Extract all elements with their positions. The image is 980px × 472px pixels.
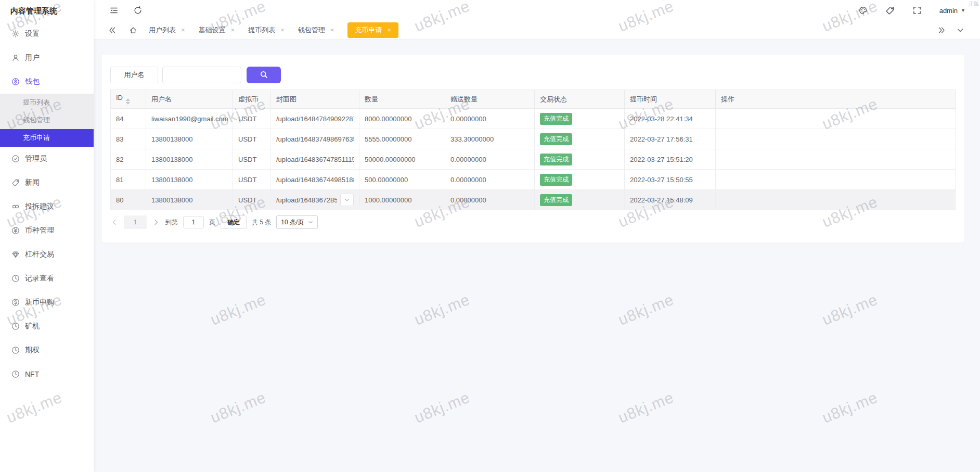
close-icon[interactable]: × bbox=[181, 26, 185, 34]
sidebar-nav: 设置用户钱包提币列表钱包管理充币申请管理员新闻投拆建议币种管理杠杆交易记录查看新… bbox=[0, 22, 94, 386]
user-icon bbox=[11, 54, 20, 62]
cell-cover: /upload/1648367449851889... bbox=[271, 170, 359, 190]
sidebar-item-withdraw-list[interactable]: 提币列表 bbox=[0, 94, 94, 111]
sidebar-item-wallet-manage[interactable]: 钱包管理 bbox=[0, 111, 94, 129]
table-row: 8013800138000USDT/upload/164836728592212… bbox=[111, 190, 956, 210]
cover-path: /upload/1648374986976353... bbox=[276, 135, 354, 143]
refresh-icon[interactable] bbox=[133, 6, 143, 15]
license-badge: 正版 bbox=[969, 1, 979, 8]
tab-label: 用户列表 bbox=[149, 25, 176, 35]
tabs-menu-icon[interactable] bbox=[956, 26, 964, 34]
cover-path: /upload/1648478490922873... bbox=[276, 115, 354, 123]
goto-confirm-button[interactable]: 确定 bbox=[221, 215, 247, 229]
cover-path: /upload/1648367449851889... bbox=[276, 176, 354, 184]
gear-icon bbox=[11, 30, 20, 38]
fullscreen-icon[interactable] bbox=[912, 6, 922, 15]
tab-withdraw-list[interactable]: 提币列表× bbox=[248, 21, 285, 40]
sidebar-item-label: 期权 bbox=[25, 346, 40, 355]
close-icon[interactable]: × bbox=[280, 26, 285, 34]
sidebar-item-deposit-request[interactable]: 充币申请 bbox=[0, 129, 94, 147]
sidebar-item-miner[interactable]: 矿机 bbox=[0, 314, 94, 338]
cell-actions bbox=[716, 170, 956, 190]
topbar-right: admin ▼ bbox=[858, 6, 965, 15]
close-icon[interactable]: × bbox=[330, 26, 334, 34]
close-icon[interactable]: × bbox=[231, 26, 235, 34]
sidebar-item-admin[interactable]: 管理员 bbox=[0, 147, 94, 171]
status-badge: 充值完成 bbox=[540, 133, 572, 145]
nft-icon bbox=[11, 370, 20, 378]
gem-icon bbox=[11, 250, 20, 259]
collapse-menu-icon[interactable] bbox=[109, 6, 119, 15]
goto-suffix-label: 页 bbox=[209, 218, 215, 227]
page-size-select[interactable]: 10 条/页 bbox=[276, 215, 318, 229]
sort-carets[interactable] bbox=[126, 98, 130, 105]
cover-path: /upload/1648367478511150.... bbox=[276, 156, 354, 163]
search-bar: 用户名 bbox=[110, 67, 956, 83]
sidebar-item-records[interactable]: 记录查看 bbox=[0, 266, 94, 290]
deposit-requests-table: ID用户名虚拟币封面图数量赠送数量交易状态提币时间操作 84liwaisan19… bbox=[110, 90, 956, 210]
cell-coin: USDT bbox=[233, 190, 271, 210]
user-name: admin bbox=[939, 7, 958, 15]
sidebar-item-leverage-trade[interactable]: 杠杆交易 bbox=[0, 243, 94, 266]
cell-id: 83 bbox=[111, 129, 146, 149]
table-row: 84liwaisan1990@gmail.comUSDT/upload/1648… bbox=[111, 109, 956, 129]
wallet-icon bbox=[11, 78, 20, 86]
sidebar-item-label: NFT bbox=[25, 370, 39, 378]
column-header: ID bbox=[111, 90, 146, 109]
coin-icon bbox=[11, 226, 20, 235]
next-page-icon[interactable] bbox=[152, 218, 160, 226]
total-count-label: 共 5 条 bbox=[252, 218, 271, 227]
cover-expand-chevron-down-icon[interactable] bbox=[340, 194, 354, 206]
sidebar-submenu: 提币列表钱包管理充币申请 bbox=[0, 94, 94, 147]
cell-amount: 1000.00000000 bbox=[359, 190, 445, 210]
content-card: 用户名 ID用户名虚拟币封面图数量赠送数量交易状态提币时间操作 84liwais… bbox=[102, 55, 964, 243]
tag-icon[interactable] bbox=[885, 6, 895, 15]
home-icon[interactable] bbox=[129, 26, 137, 34]
tab-deposit-request[interactable]: 充币申请× bbox=[347, 22, 398, 38]
tag-icon bbox=[11, 178, 20, 187]
cell-amount: 500.00000000 bbox=[359, 170, 445, 190]
sidebar-item-label: 钱包 bbox=[25, 77, 40, 86]
sidebar-item-users[interactable]: 用户 bbox=[0, 46, 94, 70]
tab-basic-settings[interactable]: 基础设置× bbox=[199, 21, 235, 40]
cell-time: 2022-03-27 15:51:20 bbox=[625, 149, 716, 170]
tab-wallet-manage[interactable]: 钱包管理× bbox=[298, 21, 334, 40]
cell-status: 充值完成 bbox=[535, 149, 625, 170]
close-icon[interactable]: × bbox=[387, 26, 391, 34]
column-header: 操作 bbox=[716, 90, 956, 109]
cell-id: 84 bbox=[111, 109, 146, 129]
sidebar-item-news[interactable]: 新闻 bbox=[0, 171, 94, 195]
current-page[interactable]: 1 bbox=[124, 215, 147, 229]
search-field-selector[interactable]: 用户名 bbox=[110, 67, 158, 83]
topbar-left bbox=[109, 6, 143, 15]
cell-id: 80 bbox=[111, 190, 146, 210]
cell-bonus: 0.00000000 bbox=[445, 109, 535, 129]
goto-prefix-label: 到第 bbox=[165, 218, 178, 227]
sidebar-item-feedback[interactable]: 投拆建议 bbox=[0, 195, 94, 219]
sidebar-item-options[interactable]: 期权 bbox=[0, 338, 94, 362]
prev-page-icon[interactable] bbox=[110, 218, 119, 226]
user-menu[interactable]: admin ▼ bbox=[939, 7, 965, 15]
tab-user-list[interactable]: 用户列表× bbox=[149, 21, 185, 40]
search-button[interactable] bbox=[247, 67, 281, 83]
history-icon bbox=[11, 274, 20, 283]
tabs-scroll-left-icon[interactable] bbox=[108, 26, 117, 34]
screen: 内容管理系统 设置用户钱包提币列表钱包管理充币申请管理员新闻投拆建议币种管理杠杆… bbox=[0, 0, 980, 472]
sidebar-item-settings[interactable]: 设置 bbox=[0, 22, 94, 46]
cell-actions bbox=[716, 129, 956, 149]
sidebar-item-wallet[interactable]: 钱包 bbox=[0, 70, 94, 94]
goto-page-input[interactable] bbox=[183, 216, 204, 228]
sidebar-item-new-coin-subscribe[interactable]: 新币申购 bbox=[0, 290, 94, 314]
sidebar-item-label: 新闻 bbox=[25, 178, 40, 187]
sidebar-item-nft[interactable]: NFT bbox=[0, 362, 94, 386]
palette-icon[interactable] bbox=[858, 6, 868, 15]
table-header-row: ID用户名虚拟币封面图数量赠送数量交易状态提币时间操作 bbox=[111, 90, 956, 109]
cell-username: 13800138000 bbox=[146, 190, 233, 210]
cell-cover: /upload/1648374986976353... bbox=[271, 129, 359, 149]
search-input[interactable] bbox=[162, 67, 241, 83]
sidebar-item-coin-manage[interactable]: 币种管理 bbox=[0, 219, 94, 243]
tabbar: 用户列表×基础设置×提币列表×钱包管理×充币申请× bbox=[94, 21, 980, 40]
cell-time: 2022-03-27 17:56:31 bbox=[625, 129, 716, 149]
tabs-scroll-right-icon[interactable] bbox=[937, 26, 946, 34]
tab-label: 基础设置 bbox=[199, 25, 226, 35]
